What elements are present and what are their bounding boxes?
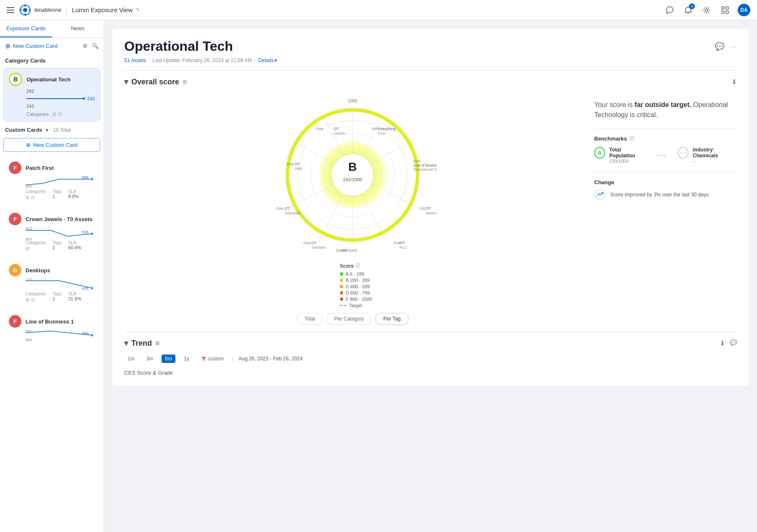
chart-area: B 242/1000 1000 One OT Omron VM Everyth (124, 93, 581, 325)
change-title: Change (594, 179, 737, 185)
svg-rect-10 (726, 11, 728, 13)
assets-link[interactable]: 51 Assets (124, 57, 146, 63)
radar-chart: B 242/1000 1000 One OT Omron VM Everyth (269, 93, 436, 253)
time-1y[interactable]: 1y (180, 355, 193, 363)
change-description: Score improved by 3% over the last 30 da… (610, 192, 709, 198)
more-options-icon[interactable]: ⋯ (729, 42, 737, 51)
target-line: Target (340, 303, 372, 308)
legend-title: Score ⓘ (340, 263, 372, 269)
card-footer: Categories ⊞⊟ (26, 111, 95, 117)
svg-text:PLC: PLC (399, 245, 407, 250)
card-top: B Operational Tech (9, 73, 95, 86)
tab-exposure-cards[interactable]: Exposure Cards (0, 20, 52, 37)
categories-item-3: Categories ⊞⊟ (26, 292, 46, 303)
time-3m[interactable]: 3m (143, 355, 157, 363)
brand-divider (66, 6, 67, 14)
last-update-text: Last Update: February 26, 2024 at 11:09 … (152, 57, 252, 63)
collapse-icon[interactable]: ▾ (124, 77, 128, 86)
tab-news[interactable]: News (52, 20, 104, 37)
hamburger-menu[interactable] (7, 7, 14, 13)
cc-grade-3: D (9, 264, 21, 276)
trend-comment-icon[interactable]: 💬 (730, 339, 737, 347)
categories-item-2: Categories ⊞ (26, 240, 46, 251)
change-trend-icon (594, 189, 606, 201)
card-title: Operational Tech (26, 76, 70, 83)
svg-text:Internal: Internal (426, 211, 436, 215)
custom-card-line-of-business[interactable]: F Line of Business 1 891 889 889 (3, 310, 100, 347)
sidebar-header-icons: ⚙ 🔍 (83, 43, 99, 49)
cc-chart-3: 716 675 (26, 278, 95, 290)
cc-grade-2: F (9, 213, 21, 225)
svg-point-6 (705, 9, 708, 11)
operational-tech-card[interactable]: B Operational Tech 242 242 (3, 68, 100, 122)
trend-controls: 1m 3m 6m 1y 📅 custom | Aug 26, 2023 - Fe… (124, 355, 737, 363)
benchmark-grade-a: A (594, 147, 605, 159)
svg-point-17 (91, 232, 93, 235)
overall-score-header: ▾ Overall score ⊞ ⬇ (124, 77, 737, 86)
svg-text:865: 865 (82, 176, 89, 180)
top-navigation: tenableone Lumin Exposure View ✎ 4 DA (0, 0, 757, 20)
info-icon[interactable]: ⊞ (183, 79, 187, 85)
brand-name-label: tenableone (34, 7, 61, 13)
svg-text:242/1000: 242/1000 (343, 177, 362, 182)
svg-point-77 (602, 192, 603, 194)
time-1m[interactable]: 1m (124, 355, 138, 363)
header-divider (124, 70, 737, 70)
cc-footer-1: Categories ⊞⊟ Tags 1 SLA 8.0% (26, 189, 95, 200)
time-6m[interactable]: 6m (162, 355, 175, 363)
categories-item-1: Categories ⊞⊟ (26, 189, 46, 200)
settings-icon[interactable] (701, 4, 713, 16)
benchmark-population-score: 130/1000 (609, 159, 645, 164)
trend-header: ▾ Trend ⊞ ⬇ 💬 (124, 339, 737, 348)
chevron-down-icon[interactable]: ▾ (46, 127, 48, 133)
settings-sidebar-icon[interactable]: ⚙ (83, 43, 88, 49)
svg-text:Line of Business: Line of Business (413, 163, 436, 167)
tab-total[interactable]: Total (296, 313, 323, 325)
info-benchmarks-icon[interactable]: ⓘ (629, 136, 634, 142)
tab-per-tag[interactable]: Per Tag (375, 313, 408, 325)
legend-a: A 0 - 199 (340, 271, 372, 276)
mini-chart (26, 94, 85, 103)
download-icon[interactable]: ⬇ (731, 78, 737, 86)
details-link[interactable]: Details ▾ (258, 57, 277, 63)
edit-title-icon[interactable]: ✎ (136, 7, 140, 13)
grade-circle: B (9, 73, 22, 86)
cc-title-3: Desktops (26, 267, 50, 274)
comment-icon[interactable]: 💬 (715, 42, 724, 51)
info-legend-icon[interactable]: ⓘ (355, 263, 360, 269)
apps-icon[interactable] (719, 4, 731, 16)
trend-collapse-icon[interactable]: ▾ (124, 339, 128, 348)
cc-chart-4: 891 889 889 (26, 329, 95, 341)
legend-f: F 800 - 1000 (340, 297, 372, 302)
svg-text:891: 891 (26, 329, 32, 333)
new-custom-card-button[interactable]: ⊕ New Custom Card (5, 42, 57, 50)
custom-cards-count: 16 Total (53, 127, 71, 133)
benchmarks-title: Benchmarks ⓘ (594, 136, 737, 142)
custom-card-patch-first[interactable]: F Patch First 843 865 Categories ⊞⊟ Tags (3, 157, 100, 205)
score-divider (124, 331, 737, 332)
svg-text:VM: VM (420, 206, 425, 211)
time-custom[interactable]: 📅 custom (198, 355, 227, 363)
search-sidebar-icon[interactable]: 🔍 (92, 43, 99, 49)
svg-text:True: True (378, 131, 385, 136)
chat-icon[interactable] (664, 4, 676, 16)
tags-item-2: Tags 2 (52, 240, 61, 251)
trend-download-icon[interactable]: ⬇ (720, 339, 725, 347)
new-custom-card-inline-button[interactable]: ⊕ New Custom Card (3, 138, 100, 152)
user-avatar[interactable]: DA (738, 4, 750, 16)
custom-cards-header: Custom Cards ▾ 16 Total (0, 123, 104, 136)
notifications-icon[interactable]: 4 (682, 4, 694, 16)
trend-date-range: Aug 26, 2023 - Feb 26, 2024 (239, 356, 303, 362)
score-tabs: Total Per Category Per Tag (296, 313, 408, 325)
svg-text:843: 843 (26, 184, 32, 188)
sidebar-header: ⊕ New Custom Card ⚙ 🔍 (0, 38, 104, 54)
custom-card-desktops[interactable]: D Desktops 716 675 Categories ⊞⊟ Tags (3, 259, 100, 307)
trend-sep: | (232, 356, 233, 362)
tags-item-3: Tags 1 (52, 292, 61, 303)
trend-info-icon[interactable]: ⊞ (155, 340, 159, 346)
svg-text:One: One (413, 159, 420, 163)
tab-per-category[interactable]: Per Category (326, 313, 372, 325)
svg-point-14 (91, 178, 93, 180)
svg-point-2 (24, 5, 26, 7)
custom-card-crown-jewels[interactable]: F Crown Jewels - T0 Assets 843 803 815 C… (3, 208, 100, 256)
